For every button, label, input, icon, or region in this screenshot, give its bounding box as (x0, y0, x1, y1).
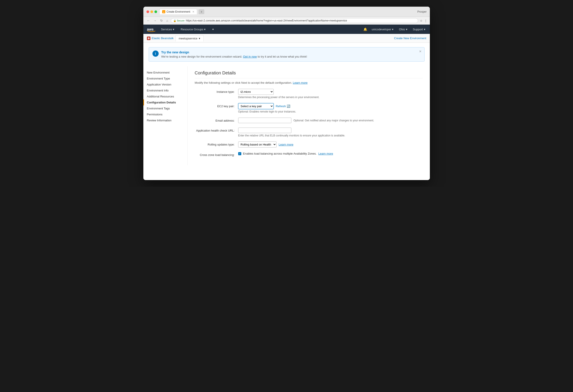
rolling-updates-type-row: Rolling updates type: Rolling based on H… (195, 141, 423, 148)
url-text: https://us-east-2.console.aws.amazon.com… (186, 19, 347, 22)
email-address-label: Email address: (195, 118, 235, 122)
secure-badge: 🔒 Secure (173, 19, 185, 22)
instance-type-field: t2.micro Determines the processing power… (238, 89, 423, 99)
rolling-updates-type-label: Rolling updates type: (195, 141, 235, 146)
cross-zone-lb-learn-more-link[interactable]: Learn more (318, 152, 333, 155)
email-address-input[interactable] (238, 118, 291, 123)
cross-zone-lb-label: Cross zone load balancing: (195, 152, 235, 157)
refresh-button[interactable]: ↻ (159, 18, 164, 23)
health-check-url-field: Enter the relative URL that ELB continua… (238, 128, 423, 137)
opt-in-link[interactable]: Opt in now (243, 55, 257, 58)
sidebar: New Environment Environment Type Applica… (143, 66, 188, 165)
svg-text:aws: aws (147, 27, 154, 31)
cross-zone-lb-field: ✓ Enables load balancing across multiple… (238, 152, 423, 155)
address-bar: ← → ↻ ⌂ 🔒 Secure https://us-east-2.conso… (143, 17, 430, 25)
traffic-lights (146, 10, 157, 13)
breadcrumb: Elastic Beanstalk (147, 36, 174, 40)
sidebar-item-review-information[interactable]: Review Information (143, 117, 187, 123)
health-check-url-label: Application health check URL: (195, 128, 235, 132)
sidebar-item-environment-tags[interactable]: Environment Tags (143, 105, 187, 111)
ec2-key-pair-field: Select a key pair Refresh 🔄 Optional: En… (238, 103, 423, 113)
health-check-url-row: Application health check URL: Enter the … (195, 128, 423, 137)
aws-nav: aws Services ▾ Resource Groups ▾ ✦ 🔔 uni… (143, 25, 430, 34)
back-button[interactable]: ← (146, 18, 151, 23)
sidebar-item-environment-info[interactable]: Environment Info (143, 87, 187, 93)
health-check-url-hint: Enter the relative URL that ELB continua… (238, 134, 423, 137)
elastic-beanstalk-icon (147, 36, 150, 40)
form-area: Configuration Details Modify the followi… (188, 66, 430, 165)
browser-user: Prosper (417, 10, 427, 13)
sidebar-item-permissions[interactable]: Permissions (143, 111, 187, 117)
bell-icon[interactable]: 🔔 (363, 27, 367, 31)
banner-close-button[interactable]: ✕ (419, 50, 422, 53)
sidebar-item-configuration-details[interactable]: Configuration Details (143, 100, 187, 105)
ec2-key-pair-hint: Optional: Enables remote login to your i… (238, 110, 423, 113)
learn-more-link[interactable]: Learn more (293, 81, 307, 84)
tab-favicon: ☁ (162, 10, 165, 13)
banner-text: We're testing a new design for the envir… (161, 55, 307, 58)
cross-zone-lb-row: Cross zone load balancing: ✓ Enables loa… (195, 152, 423, 157)
home-button[interactable]: ⌂ (165, 18, 169, 23)
layout: New Environment Environment Type Applica… (143, 66, 430, 165)
region-menu[interactable]: Ohio ▾ (398, 28, 408, 31)
banner-title: Try the new design (161, 51, 307, 54)
pin-icon[interactable]: ✦ (211, 28, 215, 31)
app-tab[interactable]: meetupservice ▾ (176, 35, 204, 41)
maximize-traffic-light[interactable] (154, 10, 157, 13)
email-inline-group: Optional: Get notified about any major c… (238, 118, 423, 123)
address-icons: ☆ ⋮ (420, 19, 427, 22)
tab-title: Create Environment (167, 10, 190, 13)
menu-icon[interactable]: ⋮ (424, 19, 427, 22)
tab-close-button[interactable]: ✕ (192, 10, 194, 13)
banner-content: Try the new design We're testing a new d… (161, 51, 307, 58)
rolling-updates-type-field: Rolling based on Health Learn more (238, 141, 423, 148)
active-tab[interactable]: ☁ Create Environment ✕ (159, 9, 197, 14)
user-menu[interactable]: unicodeveloper ▾ (371, 28, 394, 31)
support-menu[interactable]: Support ▾ (412, 28, 426, 31)
cross-zone-lb-checkbox[interactable]: ✓ (238, 152, 241, 155)
create-new-environment-button[interactable]: Create New Environment (394, 36, 426, 40)
rolling-updates-inline-group: Rolling based on Health Learn more (238, 141, 423, 148)
cross-zone-lb-checkbox-row: ✓ Enables load balancing across multiple… (238, 152, 423, 155)
email-hint: Optional: Get notified about any major c… (294, 119, 374, 122)
rolling-updates-learn-more-link[interactable]: Learn more (279, 143, 293, 146)
cross-zone-lb-description: Enables load balancing across multiple A… (243, 152, 317, 155)
resource-groups-nav-link[interactable]: Resource Groups ▾ (180, 28, 207, 31)
rolling-updates-type-select[interactable]: Rolling based on Health (238, 141, 277, 148)
health-check-url-input[interactable] (238, 128, 291, 133)
sidebar-item-additional-resources[interactable]: Additional Resources (143, 93, 187, 100)
nav-right: 🔔 unicodeveloper ▾ Ohio ▾ Support ▾ (363, 27, 426, 31)
email-address-field: Optional: Get notified about any major c… (238, 118, 423, 123)
sidebar-item-environment-type[interactable]: Environment Type (143, 76, 187, 82)
browser-tabs: ☁ Create Environment ✕ + (159, 9, 415, 14)
new-tab-button[interactable]: + (198, 9, 204, 14)
bookmark-icon[interactable]: ☆ (420, 19, 423, 22)
ec2-key-pair-label: EC2 key pair: (195, 103, 235, 108)
instance-type-select[interactable]: t2.micro (238, 89, 274, 95)
form-title: Configuration Details (195, 70, 423, 78)
info-banner: i Try the new design We're testing a new… (149, 47, 425, 62)
ec2-key-pair-select[interactable]: Select a key pair (238, 103, 274, 109)
forward-button[interactable]: → (153, 18, 158, 23)
info-icon: i (152, 51, 159, 57)
main-content: i Try the new design We're testing a new… (143, 47, 430, 180)
form-description: Modify the following settings or click N… (195, 81, 423, 84)
resource-groups-chevron-icon: ▾ (204, 28, 206, 31)
region-chevron-icon: ▾ (406, 28, 408, 31)
address-input[interactable]: 🔒 Secure https://us-east-2.console.aws.a… (171, 18, 418, 23)
ec2-key-pair-row: EC2 key pair: Select a key pair Refresh … (195, 103, 423, 113)
sidebar-item-new-environment[interactable]: New Environment (143, 69, 187, 76)
services-chevron-icon: ▾ (173, 28, 174, 31)
refresh-key-pair-button[interactable]: Refresh 🔄 (276, 104, 290, 108)
sidebar-item-application-version[interactable]: Application Version (143, 82, 187, 87)
user-chevron-icon: ▾ (392, 28, 394, 31)
minimize-traffic-light[interactable] (150, 10, 153, 13)
app-tab-chevron-icon: ▾ (199, 37, 200, 40)
services-nav-link[interactable]: Services ▾ (160, 28, 176, 31)
aws-logo-svg: aws (147, 27, 156, 32)
breadcrumb-service[interactable]: Elastic Beanstalk (152, 36, 174, 40)
service-nav: Elastic Beanstalk meetupservice ▾ Create… (143, 34, 430, 43)
browser-titlebar: ☁ Create Environment ✕ + Prosper (143, 7, 430, 17)
support-chevron-icon: ▾ (424, 28, 425, 31)
close-traffic-light[interactable] (146, 10, 149, 13)
